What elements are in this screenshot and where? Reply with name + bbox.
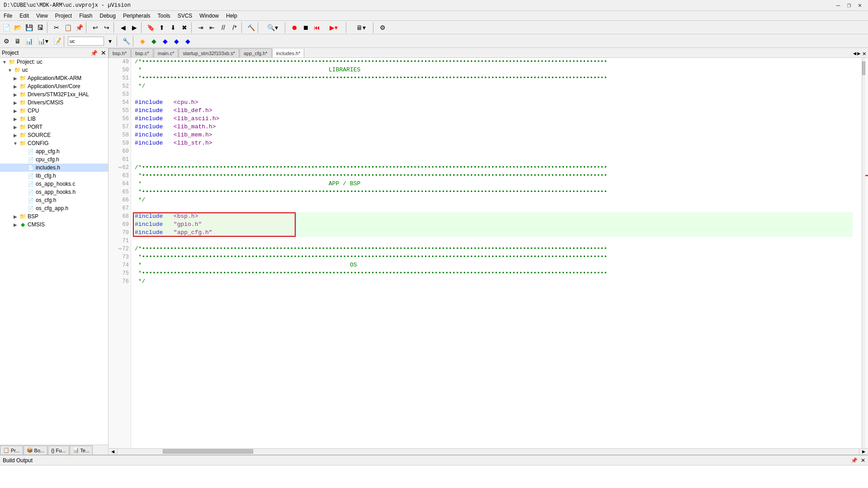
menu-svcs[interactable]: SVCS (174, 11, 196, 20)
project-panel-close[interactable]: ✕ (101, 49, 106, 56)
tree-port[interactable]: ▶ 📁 PORT (0, 123, 108, 131)
tree-uc[interactable]: ▼ 📁 uc (0, 66, 108, 74)
tree-cpu-cfg-h[interactable]: 📄 cpu_cfg.h (0, 155, 108, 164)
tree-includes-h[interactable]: 📄 includes.h (0, 164, 108, 172)
tree-project-root[interactable]: ▼ 📁 Project: uc (0, 58, 108, 66)
reset-button[interactable]: ⏮ (311, 22, 322, 33)
tree-os-cfg-app-h[interactable]: 📄 os_cfg_app.h (0, 204, 108, 212)
tab-scroll-left[interactable]: ◀ (853, 50, 856, 57)
scrollbar-h-track[interactable] (118, 449, 859, 455)
tree-source[interactable]: ▶ 📁 SOURCE (0, 131, 108, 139)
copy-button[interactable]: 📋 (62, 22, 73, 33)
target-selector-input[interactable] (68, 37, 104, 46)
tab-templates[interactable]: 📊 Te... (70, 446, 93, 455)
indent-button[interactable]: ⇥ (195, 22, 206, 33)
menu-peripherals[interactable]: Peripherals (119, 11, 154, 20)
run-button[interactable]: ⏺ (289, 22, 300, 33)
build-output-close[interactable]: ✕ (861, 457, 865, 464)
find-button[interactable]: 🔍▾ (262, 22, 283, 33)
tab-functions[interactable]: {} Fu... (48, 446, 69, 455)
target-options-button[interactable]: 🖥▾ (350, 22, 372, 33)
minimize-button[interactable]: — (834, 1, 843, 9)
tab-bsp-h[interactable]: bsp.h* (108, 48, 131, 57)
new-file-button[interactable]: 📄 (1, 22, 12, 33)
tree-os-cfg-h[interactable]: 📄 os_cfg.h (0, 196, 108, 204)
rtos5-button[interactable]: ◆ (182, 36, 193, 47)
menu-help[interactable]: Help (222, 11, 241, 20)
tab-close-active[interactable]: ✕ (863, 50, 866, 57)
save-button[interactable]: 💾 (24, 22, 34, 33)
run-to-button[interactable]: ▶▾ (323, 22, 344, 33)
toolbar2-btn3[interactable]: 📊 (24, 36, 34, 47)
editor-scrollbar-h[interactable]: ◀ ▶ (108, 448, 868, 455)
tree-lib[interactable]: ▶ 📁 LIB (0, 115, 108, 123)
toolbar2-btn4[interactable]: 📊▾ (35, 36, 51, 47)
tree-app-mdk[interactable]: ▶ 📁 Application/MDK-ARM (0, 74, 108, 82)
open-file-button[interactable]: 📂 (12, 22, 23, 33)
rtos3-button[interactable]: ◆ (160, 36, 170, 47)
menu-file[interactable]: File (0, 11, 16, 20)
next-bookmark-button[interactable]: ⬇ (168, 22, 179, 33)
undo-button[interactable]: ↩ (90, 22, 101, 33)
tree-cmsis[interactable]: ▶ ◆ CMSIS (0, 221, 108, 229)
save-all-button[interactable]: 🖫 (35, 22, 46, 33)
tree-app-cfg-h[interactable]: 📄 app_cfg.h (0, 147, 108, 155)
tab-project[interactable]: 📋 Pr... (0, 446, 23, 455)
toolbar2-btn1[interactable]: ⚙ (1, 36, 12, 47)
fold-72[interactable]: ▭ (119, 245, 122, 253)
build-output-controls[interactable]: 📌 ✕ (851, 457, 865, 464)
toolbar2-btn5[interactable]: 📝 (52, 36, 62, 47)
rtos1-button[interactable]: ◆ (137, 36, 148, 47)
nav-fwd-button[interactable]: ▶ (129, 22, 140, 33)
clear-bookmarks-button[interactable]: ✖ (179, 22, 190, 33)
unindent-button[interactable]: ⇤ (207, 22, 217, 33)
uncomment-button[interactable]: /* (229, 22, 240, 33)
menu-flash[interactable]: Flash (75, 11, 96, 20)
maximize-button[interactable]: ❐ (844, 1, 854, 9)
menu-debug[interactable]: Debug (96, 11, 119, 20)
prev-bookmark-button[interactable]: ⬆ (156, 22, 167, 33)
rtos2-button[interactable]: ◆ (148, 36, 159, 47)
project-panel-controls[interactable]: 📌 ✕ (90, 49, 106, 56)
tab-books[interactable]: 📦 Bo... (24, 446, 48, 455)
scroll-right-btn[interactable]: ▶ (859, 449, 868, 455)
fold-62[interactable]: ▭ (119, 164, 122, 172)
project-panel-pin[interactable]: 📌 (90, 50, 98, 56)
menu-tools[interactable]: Tools (154, 11, 174, 20)
tree-config[interactable]: ▼ 📁 CONFIG (0, 139, 108, 147)
menu-edit[interactable]: Edit (16, 11, 33, 20)
menu-window[interactable]: Window (196, 11, 222, 20)
stop-button[interactable]: ⏹ (300, 22, 311, 33)
build-output-pin[interactable]: 📌 (851, 457, 858, 464)
scrollbar-thumb-h[interactable] (163, 449, 253, 454)
editor-scrollbar-v[interactable] (862, 58, 868, 448)
tab-includes-h[interactable]: includes.h* (272, 48, 305, 57)
paste-button[interactable]: 📌 (74, 22, 85, 33)
manage-target-button[interactable]: 🔧 (121, 36, 132, 47)
tree-drivers-cmsis[interactable]: ▶ 📁 Drivers/CMSIS (0, 99, 108, 107)
rtos4-button[interactable]: ◆ (171, 36, 182, 47)
tree-cpu[interactable]: ▶ 📁 CPU (0, 107, 108, 115)
menu-view[interactable]: View (33, 11, 52, 20)
close-button[interactable]: ✕ (855, 1, 864, 9)
project-tree[interactable]: ▼ 📁 Project: uc ▼ 📁 uc ▶ 📁 Application/M… (0, 58, 108, 445)
tree-os-hooks-h[interactable]: 📄 os_app_hooks.h (0, 188, 108, 196)
tree-bsp[interactable]: ▶ 📁 BSP (0, 212, 108, 221)
tree-drivers-hal[interactable]: ▶ 📁 Drivers/STM32F1xx_HAL (0, 90, 108, 99)
tab-startup[interactable]: startup_stm32f103xb.s* (179, 48, 239, 57)
toolbar2-btn2[interactable]: 🖥 (12, 36, 23, 47)
build-button[interactable]: 🔨 (245, 22, 256, 33)
cut-button[interactable]: ✂ (51, 22, 62, 33)
titlebar-controls[interactable]: — ❐ ✕ (834, 1, 864, 9)
tree-lib-cfg-h[interactable]: 📄 lib_cfg.h (0, 172, 108, 180)
menu-project[interactable]: Project (52, 11, 75, 20)
tab-scroll-right[interactable]: ▶ (857, 50, 860, 57)
scrollbar-thumb-v[interactable] (862, 61, 865, 75)
bookmark-button[interactable]: 🔖 (145, 22, 156, 33)
tab-main-c[interactable]: main.c* (154, 48, 179, 57)
scroll-left-btn[interactable]: ◀ (108, 449, 118, 455)
redo-button[interactable]: ↪ (101, 22, 112, 33)
tab-bsp-c[interactable]: bsp.c* (131, 48, 153, 57)
settings-button[interactable]: ⚙ (377, 22, 388, 33)
tree-app-user[interactable]: ▶ 📁 Application/User/Core (0, 82, 108, 90)
